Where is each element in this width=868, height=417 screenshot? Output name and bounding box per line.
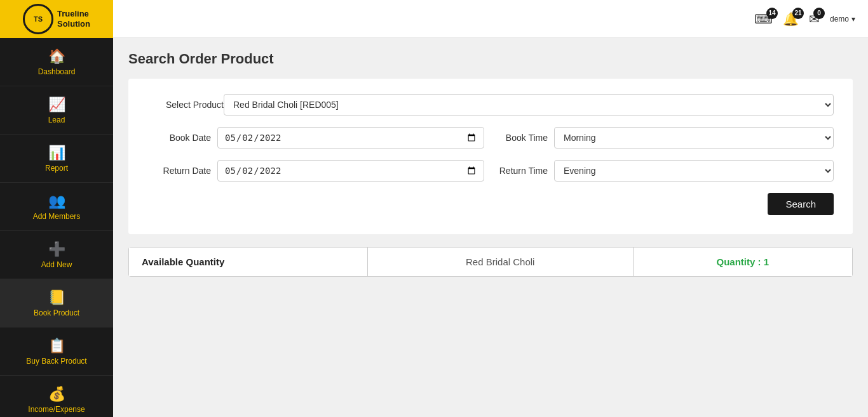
content-area: Search Order Product Select Product Red …: [113, 38, 868, 417]
select-product-row: Select Product Red Bridal Choli [RED005]: [147, 94, 834, 116]
book-date-group: Book Date: [147, 127, 484, 149]
book-date-label: Book Date: [147, 133, 211, 143]
bell-icon-wrap[interactable]: 🔔 21: [783, 11, 799, 27]
date-time-row-1: Book Date Book Time Morning Evening Nigh…: [147, 127, 834, 149]
income-expense-icon: 💰: [48, 386, 65, 402]
table-row: Available Quantity Red Bridal Choli Quan…: [129, 248, 853, 277]
book-time-group: Book Time Morning Evening Night: [497, 127, 834, 149]
chevron-down-icon: ▾: [851, 15, 855, 23]
return-time-group: Return Time Morning Evening Night: [497, 160, 834, 182]
sidebar-item-dashboard[interactable]: 🏠 Dashboard: [0, 38, 113, 86]
search-button[interactable]: Search: [768, 193, 834, 215]
sidebar-label-buy-back: Buy Back Product: [26, 357, 86, 366]
select-product-label: Select Product: [147, 100, 224, 110]
return-date-label: Return Date: [147, 166, 211, 176]
sidebar-item-add-members[interactable]: 👥 Add Members: [0, 183, 113, 231]
sidebar-label-add-members: Add Members: [33, 212, 81, 221]
sidebar-item-book-product[interactable]: 📒 Book Product: [0, 279, 113, 328]
logo-text: TruelineSolution: [57, 9, 90, 29]
return-date-group: Return Date: [147, 160, 484, 182]
book-time-label: Book Time: [497, 133, 548, 143]
logo: TS TruelineSolution: [0, 0, 113, 38]
dashboard-icon: 🏠: [48, 48, 65, 65]
book-date-input[interactable]: [217, 127, 484, 149]
logo-icon: TS: [23, 4, 53, 34]
sidebar-label-add-new: Add New: [41, 260, 72, 269]
user-name: demo: [830, 15, 849, 23]
sidebar-item-report[interactable]: 📊 Report: [0, 135, 113, 183]
buy-back-icon: 📋: [48, 338, 65, 354]
product-select[interactable]: Red Bridal Choli [RED005]: [224, 94, 834, 116]
search-form-card: Select Product Red Bridal Choli [RED005]…: [128, 79, 853, 234]
sidebar-item-income-expense[interactable]: 💰 Income/Expense: [0, 376, 113, 417]
sidebar-item-lead[interactable]: 📈 Lead: [0, 86, 113, 135]
add-new-icon: ➕: [48, 241, 65, 258]
sidebar-label-dashboard: Dashboard: [38, 67, 76, 76]
quantity-cell: Quantity : 1: [633, 248, 852, 277]
product-name-cell: Red Bridal Choli: [367, 248, 633, 277]
add-members-icon: 👥: [48, 193, 65, 209]
bell-badge: 21: [792, 8, 804, 19]
sidebar-label-lead: Lead: [48, 116, 65, 124]
return-time-select[interactable]: Morning Evening Night: [554, 160, 834, 182]
page-title: Search Order Product: [128, 51, 853, 67]
keyboard-icon-wrap[interactable]: ⌨ 14: [754, 11, 773, 27]
mail-badge: 0: [813, 8, 825, 19]
sidebar-item-add-new[interactable]: ➕ Add New: [0, 231, 113, 279]
sidebar-item-buy-back-product[interactable]: 📋 Buy Back Product: [0, 328, 113, 376]
results-table: Available Quantity Red Bridal Choli Quan…: [128, 247, 853, 277]
sidebar-label-income-expense: Income/Expense: [28, 405, 85, 414]
return-time-label: Return Time: [497, 166, 548, 176]
topbar: ⌨ 14 🔔 21 ✉ 0 demo ▾: [113, 0, 868, 38]
lead-icon: 📈: [48, 96, 65, 113]
sidebar-label-report: Report: [45, 164, 68, 173]
mail-icon-wrap[interactable]: ✉ 0: [809, 11, 820, 27]
keyboard-badge: 14: [766, 8, 778, 19]
available-quantity-header: Available Quantity: [129, 248, 368, 277]
main-area: ⌨ 14 🔔 21 ✉ 0 demo ▾ Search Order Produc…: [113, 0, 868, 417]
user-menu[interactable]: demo ▾: [830, 15, 855, 23]
report-icon: 📊: [48, 145, 65, 161]
sidebar: TS TruelineSolution 🏠 Dashboard 📈 Lead 📊…: [0, 0, 113, 417]
book-time-select[interactable]: Morning Evening Night: [554, 127, 834, 149]
search-btn-row: Search: [147, 193, 834, 215]
date-time-row-2: Return Date Return Time Morning Evening …: [147, 160, 834, 182]
sidebar-label-book-product: Book Product: [34, 308, 79, 317]
return-date-input[interactable]: [217, 160, 484, 182]
results-card: Available Quantity Red Bridal Choli Quan…: [128, 247, 853, 277]
book-product-icon: 📒: [48, 289, 65, 306]
